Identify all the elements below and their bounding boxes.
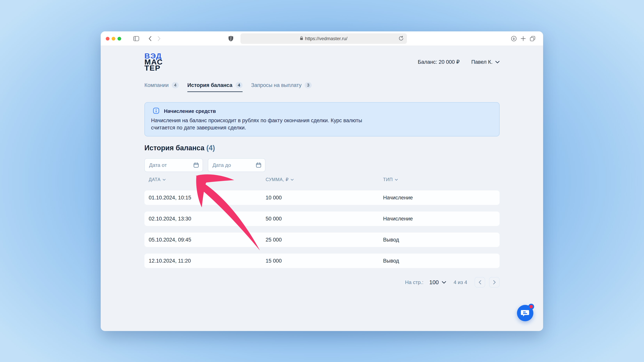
forward-icon[interactable] [157,31,162,46]
chat-widget-button[interactable] [517,305,533,321]
tab-payout-requests[interactable]: Запросы на выплату 3 [251,82,312,92]
new-tab-icon[interactable] [520,31,526,46]
records-count: (4) [206,144,215,152]
date-filters: Дата от Дата до [144,158,500,172]
chevron-left-icon [479,280,481,284]
privacy-shield-icon[interactable] [228,31,234,46]
window-controls [106,31,121,46]
info-banner: Начисление средств Начисления на баланс … [144,102,500,137]
page-title: История баланса (4) [144,144,500,152]
cell-date: 05.10.2024, 09:45 [149,237,266,243]
tab-overview-icon[interactable] [530,31,535,46]
lock-icon [300,36,303,41]
cell-type: Начисление [383,216,500,222]
tab-companies-badge: 4 [172,82,179,88]
per-page-select[interactable]: 100 [429,279,446,286]
cell-amount: 10 000 [266,195,383,201]
date-from-input[interactable]: Дата от [144,158,203,172]
user-name: Павел К. [471,59,492,65]
tab-companies[interactable]: Компании 4 [144,82,179,92]
page-content: ВЭД МАС ТЕР Баланс: 20 000 ₽ Павел К. Ко… [101,46,543,331]
banner-title: Начисление средств [164,108,216,114]
prev-page-button[interactable] [474,277,485,288]
zoom-window-button[interactable] [118,37,121,40]
user-menu[interactable]: Павел К. [471,59,500,65]
vedmaster-logo[interactable]: ВЭД МАС ТЕР [144,53,163,71]
cell-type: Начисление [383,195,500,201]
downloads-icon[interactable] [511,31,516,46]
page-range-label: 4 из 4 [454,279,467,285]
calendar-icon [256,162,262,168]
notification-dot [528,304,534,310]
pagination: На стр.: 100 4 из 4 [144,277,500,288]
chevron-down-icon [495,61,500,63]
tab-bar: Компании 4 История баланса 4 Запросы на … [144,82,500,92]
cell-amount: 25 000 [266,237,383,243]
banner-text: Начисления на баланс происходит в рублях… [151,117,492,131]
reload-icon[interactable] [398,35,404,42]
column-header-date[interactable]: ДАТА [149,177,266,182]
desktop: { "browser": { "url": "https://vedmaster… [0,0,644,362]
sort-chevron-icon [395,179,398,181]
cell-amount: 15 000 [266,258,383,264]
cell-date: 02.10.2024, 13:30 [149,216,266,222]
site-header: ВЭД МАС ТЕР Баланс: 20 000 ₽ Павел К. [144,53,500,71]
url-text: https://vedmaster.ru/ [305,36,347,41]
tab-balance-history[interactable]: История баланса 4 [187,82,242,92]
tab-balance-history-badge: 4 [236,82,242,88]
cell-date: 12.10.2024, 11:20 [149,258,266,264]
calendar-icon [193,162,199,168]
table-row[interactable]: 05.10.2024, 09:45 25 000 Вывод [144,233,500,247]
balance-history-table: 01.10.2024, 10:15 10 000 Начисление 02.1… [144,190,500,268]
browser-window: https://vedmaster.ru/ [101,31,543,331]
sort-chevron-icon [290,179,294,181]
column-header-amount[interactable]: СУММА, ₽ [266,177,383,182]
balance-label: Баланс: 20 000 ₽ [418,59,460,65]
per-page-label: На стр.: [405,279,424,285]
cell-date: 01.10.2024, 10:15 [149,195,266,201]
tab-payout-requests-badge: 3 [305,82,312,88]
cell-type: Вывод [383,237,500,243]
back-icon[interactable] [148,31,152,46]
cell-amount: 50 000 [266,216,383,222]
cell-type: Вывод [383,258,500,264]
minimize-window-button[interactable] [112,37,115,40]
column-header-type[interactable]: ТИП [383,177,500,182]
next-page-button[interactable] [489,277,500,288]
info-icon [153,108,159,115]
table-row[interactable]: 01.10.2024, 10:15 10 000 Начисление [144,190,500,205]
sort-chevron-icon [162,179,166,181]
sidebar-toggle-icon[interactable] [133,31,139,46]
address-bar[interactable]: https://vedmaster.ru/ [240,33,407,44]
table-header: ДАТА СУММА, ₽ ТИП [144,177,500,182]
date-to-input[interactable]: Дата до [208,158,266,172]
table-row[interactable]: 12.10.2024, 11:20 15 000 Вывод [144,254,500,268]
chevron-down-icon [442,281,446,284]
table-row[interactable]: 02.10.2024, 13:30 50 000 Начисление [144,211,500,226]
close-window-button[interactable] [106,37,110,40]
chat-bubble-icon [521,309,530,317]
chevron-right-icon [493,280,496,284]
browser-toolbar: https://vedmaster.ru/ [101,31,543,46]
